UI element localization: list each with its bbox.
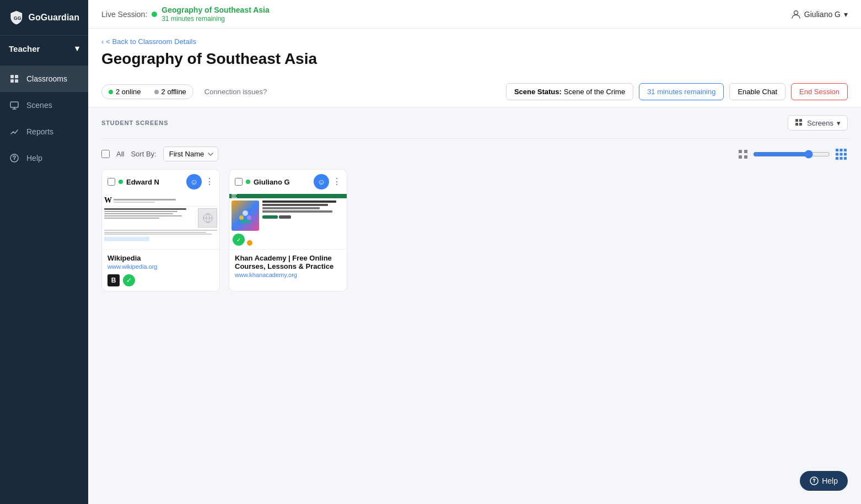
khan-text-area bbox=[262, 200, 345, 219]
khan-btn-row bbox=[262, 215, 345, 219]
svg-rect-23 bbox=[840, 157, 843, 160]
svg-rect-9 bbox=[799, 119, 802, 122]
session-name-link[interactable]: Geography of Southeast Asia bbox=[162, 6, 270, 14]
time-remaining-button[interactable]: 31 minutes remaining bbox=[639, 83, 724, 100]
online-count: 2 online bbox=[116, 88, 141, 96]
giuliano-orange-dot bbox=[247, 240, 252, 246]
edward-online-dot bbox=[119, 180, 123, 184]
giuliano-actions: ☺ ⋮ bbox=[314, 174, 341, 189]
help-float-label: Help bbox=[822, 476, 838, 485]
sort-by-label: All bbox=[116, 150, 124, 158]
student-card-edward: Edward N ☺ ⋮ W bbox=[101, 169, 220, 291]
edward-screenshot[interactable]: W bbox=[102, 194, 219, 249]
edward-student-info: Edward N bbox=[107, 178, 159, 186]
giuliano-site-url[interactable]: www.khanacademy.org bbox=[235, 272, 341, 278]
svg-rect-16 bbox=[836, 149, 838, 151]
card-header-giuliano: Giuliano G ☺ ⋮ bbox=[229, 170, 347, 194]
sidebar-item-scenes-label: Scenes bbox=[26, 101, 52, 110]
offline-dot-icon bbox=[154, 90, 159, 94]
svg-rect-11 bbox=[799, 123, 802, 126]
edward-name: Edward N bbox=[126, 178, 159, 186]
edward-more-button[interactable]: ⋮ bbox=[205, 177, 214, 186]
giuliano-checkbox[interactable] bbox=[235, 178, 243, 186]
giuliano-screenshot[interactable]: ✓ bbox=[229, 194, 347, 249]
online-dot-icon bbox=[109, 90, 113, 94]
khan-people-icon bbox=[237, 208, 254, 224]
svg-rect-2 bbox=[15, 75, 18, 78]
select-all-checkbox[interactable] bbox=[101, 150, 110, 158]
classrooms-icon bbox=[9, 73, 20, 84]
giuliano-khan-badge: ✓ bbox=[233, 234, 245, 246]
edward-site-url[interactable]: www.wikipedia.org bbox=[107, 263, 214, 270]
online-badge: 2 online bbox=[102, 85, 148, 99]
sidebar-item-help[interactable]: Help bbox=[0, 145, 88, 171]
enable-chat-button[interactable]: Enable Chat bbox=[729, 83, 785, 100]
svg-rect-5 bbox=[10, 102, 18, 107]
edward-smiley-button[interactable]: ☺ bbox=[186, 174, 202, 189]
svg-rect-20 bbox=[840, 153, 843, 155]
svg-rect-27 bbox=[232, 196, 236, 197]
logo-icon: GG bbox=[9, 10, 24, 25]
grid-large-icon[interactable] bbox=[835, 148, 848, 161]
connection-issues-link[interactable]: Connection issues? bbox=[205, 88, 267, 96]
sidebar-role-label: Teacher bbox=[9, 44, 40, 53]
svg-rect-10 bbox=[795, 123, 798, 126]
help-float-button[interactable]: Help bbox=[800, 471, 848, 491]
edward-checkbox[interactable] bbox=[107, 178, 115, 186]
khan-preview bbox=[229, 194, 347, 249]
screens-section-label: STUDENT SCREENS bbox=[101, 120, 168, 126]
sort-by-text: Sort By: bbox=[131, 150, 156, 158]
end-session-button[interactable]: End Session bbox=[791, 83, 848, 100]
giuliano-more-button[interactable]: ⋮ bbox=[332, 177, 341, 186]
offline-badge: 2 offline bbox=[148, 85, 193, 99]
screens-view-button[interactable]: Screens ▾ bbox=[788, 115, 848, 131]
sidebar-item-classrooms[interactable]: Classrooms bbox=[0, 66, 88, 92]
help-circle-icon bbox=[810, 476, 819, 485]
status-actions: Scene Status: Scene of the Crime 31 minu… bbox=[506, 83, 848, 100]
edward-actions: ☺ ⋮ bbox=[186, 174, 214, 189]
zoom-slider[interactable] bbox=[753, 150, 830, 159]
giuliano-name: Giuliano G bbox=[254, 178, 290, 186]
svg-rect-13 bbox=[744, 150, 747, 153]
online-offline-toggle[interactable]: 2 online 2 offline bbox=[101, 84, 193, 99]
scene-name: Scene of the Crime bbox=[564, 88, 625, 96]
screens-chevron-icon: ▾ bbox=[837, 119, 841, 127]
user-chevron-icon: ▾ bbox=[844, 10, 848, 19]
topbar: Live Session: Geography of Southeast Asi… bbox=[88, 0, 861, 29]
screens-header: STUDENT SCREENS Screens ▾ bbox=[101, 107, 848, 139]
grid-small-icon[interactable] bbox=[738, 149, 749, 160]
logo[interactable]: GG GoGuardian bbox=[0, 0, 88, 35]
toolbar-row: All Sort By: First Name Last Name Status bbox=[101, 139, 848, 169]
svg-point-7 bbox=[794, 10, 798, 14]
svg-text:GG: GG bbox=[14, 15, 21, 21]
sort-select[interactable]: First Name Last Name Status bbox=[163, 147, 218, 161]
page-header: ‹ < Back to Classroom Details Geography … bbox=[88, 29, 861, 77]
student-cards-grid: Edward N ☺ ⋮ W bbox=[101, 169, 848, 302]
svg-rect-17 bbox=[840, 149, 843, 151]
svg-rect-1 bbox=[10, 75, 14, 78]
toolbar-right bbox=[738, 148, 848, 161]
khan-nav-icon bbox=[232, 194, 237, 198]
user-menu[interactable]: Giuliano G ▾ bbox=[791, 9, 848, 19]
svg-rect-3 bbox=[10, 79, 14, 83]
sidebar: GG GoGuardian Teacher ▾ Classrooms Scene… bbox=[0, 0, 88, 504]
scenes-icon bbox=[9, 100, 20, 111]
khan-image-area bbox=[232, 200, 259, 231]
scene-status-button[interactable]: Scene Status: Scene of the Crime bbox=[506, 83, 633, 100]
svg-point-30 bbox=[239, 215, 244, 220]
sidebar-item-reports[interactable]: Reports bbox=[0, 118, 88, 145]
giuliano-smiley-button[interactable]: ☺ bbox=[314, 174, 329, 189]
screens-btn-label: Screens bbox=[807, 119, 833, 127]
svg-point-29 bbox=[243, 210, 248, 216]
reports-icon bbox=[9, 126, 20, 137]
sidebar-item-scenes[interactable]: Scenes bbox=[0, 92, 88, 118]
session-time-remaining: 31 minutes remaining bbox=[162, 15, 270, 23]
sidebar-teacher-toggle[interactable]: Teacher ▾ bbox=[0, 35, 88, 61]
content-area: ‹ < Back to Classroom Details Geography … bbox=[88, 29, 861, 504]
main-area: Live Session: Geography of Southeast Asi… bbox=[88, 0, 861, 504]
logo-text: GoGuardian bbox=[29, 13, 79, 23]
svg-rect-28 bbox=[232, 197, 237, 198]
user-name: Giuliano G bbox=[804, 10, 841, 19]
svg-rect-19 bbox=[836, 153, 838, 155]
back-link[interactable]: ‹ < Back to Classroom Details bbox=[101, 37, 848, 46]
